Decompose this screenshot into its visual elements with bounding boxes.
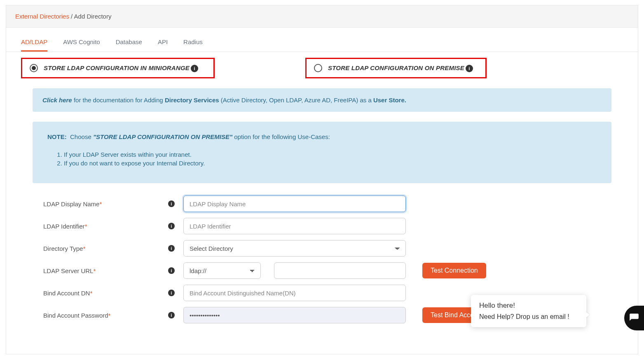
label-bind-pw: Bind Account Password (43, 312, 108, 319)
info-icon[interactable]: i (168, 200, 175, 207)
note-li-2: If you do not want to expose your Intern… (64, 160, 597, 167)
note-box: NOTE: Choose "STORE LDAP CONFIGURATION O… (33, 122, 611, 183)
note-label: NOTE: (47, 133, 67, 140)
note-emph: "STORE LDAP CONFIGURATION ON PREMISE" (93, 133, 232, 140)
breadcrumb-current: Add Directory (74, 13, 112, 20)
info-icon[interactable]: i (168, 223, 175, 229)
info-icon[interactable]: i (466, 65, 473, 72)
note-after: option for the following Use-Cases: (232, 133, 330, 140)
tab-database[interactable]: Database (116, 38, 142, 52)
chat-icon (629, 313, 639, 323)
tab-radius[interactable]: Radius (183, 38, 203, 52)
info-icon[interactable]: i (168, 245, 175, 252)
note-choose: Choose (70, 133, 93, 140)
label-directory-type: Directory Type (43, 245, 83, 252)
radio-option-miniorange[interactable]: STORE LDAP CONFIGURATION IN MINIORANGEi (21, 58, 215, 78)
breadcrumb: External Directories / Add Directory (6, 5, 638, 28)
row-directory-type: Directory Type* i Select Directory (43, 240, 601, 257)
info-icon[interactable]: i (168, 290, 175, 296)
doc-link[interactable]: Click here (42, 97, 72, 104)
info-icon[interactable]: i (191, 65, 198, 72)
info-icon[interactable]: i (168, 312, 175, 318)
test-connection-button[interactable]: Test Connection (422, 263, 486, 278)
radio-label-premise: STORE LDAP CONFIGURATION ON PREMISE (328, 64, 464, 71)
doc-text-mid: (Active Directory, Open LDAP, Azure AD, … (219, 97, 373, 104)
tab-api[interactable]: API (158, 38, 168, 52)
doc-bold-2: User Store. (373, 97, 406, 104)
chat-line2: Need Help? Drop us an email ! (479, 313, 578, 321)
config-location-radios: STORE LDAP CONFIGURATION IN MINIORANGEi … (6, 52, 638, 82)
directory-type-select[interactable]: Select Directory (183, 240, 406, 257)
label-server-url: LDAP Server URL (43, 267, 93, 274)
label-display-name: LDAP Display Name (43, 200, 99, 207)
tabs: AD/LDAP AWS Cognito Database API Radius (6, 28, 638, 52)
tab-ad-ldap[interactable]: AD/LDAP (21, 38, 47, 52)
ldap-protocol-select[interactable]: ldap:// (183, 262, 261, 279)
doc-banner: Click here for the documentation for Add… (33, 88, 611, 112)
row-display-name: LDAP Display Name* i (43, 196, 601, 212)
chat-line1: Hello there! (479, 302, 578, 310)
doc-bold-1: Directory Services (165, 97, 219, 104)
tab-aws-cognito[interactable]: AWS Cognito (63, 38, 100, 52)
chat-tooltip: Hello there! Need Help? Drop us an email… (471, 295, 586, 327)
row-identifier: LDAP Identifier* i (43, 218, 601, 234)
row-server-url: LDAP Server URL* i ldap:// Test Connecti… (43, 262, 601, 279)
doc-text-pre: for the documentation for Adding (72, 97, 165, 104)
breadcrumb-parent-link[interactable]: External Directories (15, 13, 69, 20)
ldap-server-url-input[interactable] (274, 262, 406, 279)
label-bind-dn: Bind Account DN (43, 290, 90, 297)
radio-input-premise[interactable] (314, 64, 322, 72)
bind-account-password-input[interactable] (183, 307, 406, 323)
breadcrumb-sep: / (71, 13, 74, 20)
ldap-display-name-input[interactable] (183, 196, 406, 212)
label-identifier: LDAP Identifier (43, 223, 85, 230)
radio-option-premise[interactable]: STORE LDAP CONFIGURATION ON PREMISEi (305, 58, 487, 78)
radio-label-miniorange: STORE LDAP CONFIGURATION IN MINIORANGE (44, 64, 190, 71)
ldap-identifier-input[interactable] (183, 218, 406, 234)
note-li-1: If your LDAP Server exists within your i… (64, 151, 597, 158)
info-icon[interactable]: i (168, 267, 175, 274)
bind-account-dn-input[interactable] (183, 285, 406, 301)
radio-input-miniorange[interactable] (30, 64, 38, 72)
